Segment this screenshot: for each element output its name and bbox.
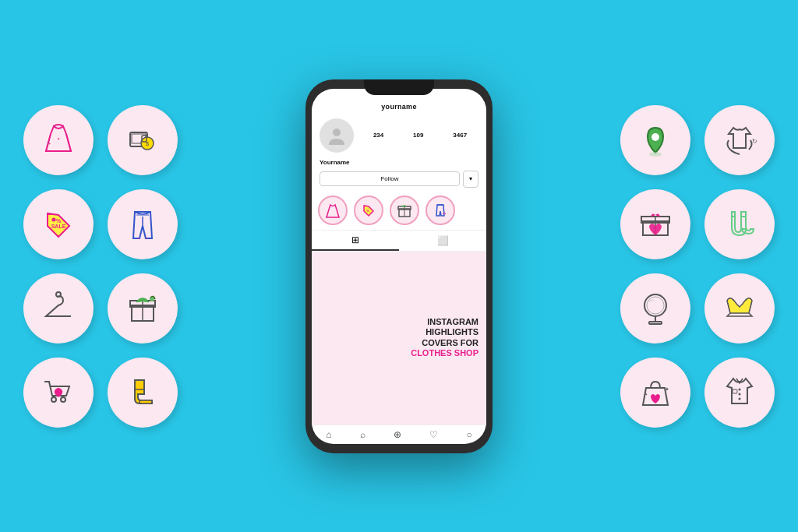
nav-search-icon[interactable]: ⌕ xyxy=(360,429,365,440)
icon-shopping-bag-heart: ✦ ✦ xyxy=(620,358,690,428)
ig-tab-grid[interactable]: ⊞ xyxy=(312,231,399,251)
phone-body: yourname 234 109 xyxy=(305,79,493,453)
ig-story-4 xyxy=(425,196,455,225)
promo-line4: CLOTHES SHOP xyxy=(411,348,478,358)
icon-location-pin xyxy=(620,105,690,175)
svg-rect-39 xyxy=(649,322,662,324)
ig-story-1 xyxy=(318,196,348,225)
promo-text-block: INSTAGRAM HIGHLIGHTS COVERS FOR CLOTHES … xyxy=(411,317,478,358)
svg-text:%: % xyxy=(366,209,369,213)
svg-point-29 xyxy=(649,152,662,157)
icon-dress-shirt xyxy=(704,358,775,428)
ig-follow-row: Follow ▾ xyxy=(312,169,486,191)
svg-point-45 xyxy=(739,388,741,390)
svg-point-19 xyxy=(61,397,65,402)
phone-mockup: yourname 234 109 xyxy=(305,79,493,453)
svg-text:✦: ✦ xyxy=(57,136,60,141)
ig-stat-following: 3467 xyxy=(453,132,467,139)
ig-highlights-row: % xyxy=(312,191,486,230)
svg-text:✦: ✦ xyxy=(644,392,648,396)
icon-sports-bra xyxy=(704,273,775,344)
icon-boots xyxy=(108,358,178,428)
ig-story-circle-2: % xyxy=(354,196,383,225)
svg-rect-21 xyxy=(139,400,152,403)
ig-tab-reels[interactable]: ⬜ xyxy=(399,231,486,251)
icon-shirt-recycle: ↻ xyxy=(704,105,775,175)
ig-stat-followers: 109 xyxy=(413,132,423,139)
svg-point-22 xyxy=(333,129,341,136)
svg-rect-48 xyxy=(733,389,737,393)
svg-text:SALE: SALE xyxy=(51,224,66,229)
icon-gift-heart xyxy=(620,189,690,259)
ig-stats: 234 109 3467 xyxy=(362,132,478,139)
ig-bottom-nav: ⌂ ⌕ ⊕ ♡ ○ xyxy=(312,425,486,444)
ig-profile-name: Yourname xyxy=(312,157,486,169)
ig-story-circle-1 xyxy=(318,196,348,225)
promo-line3: COVERS FOR xyxy=(411,338,478,348)
phone-notch xyxy=(364,79,434,95)
dropdown-button[interactable]: ▾ xyxy=(463,171,478,188)
ig-stat-posts: 234 xyxy=(373,132,383,139)
nav-home-icon[interactable]: ⌂ xyxy=(326,429,331,440)
ig-tab-bar: ⊞ ⬜ xyxy=(312,230,486,252)
phone-screen: yourname 234 109 xyxy=(312,89,486,444)
icon-sale-tag: SALE % xyxy=(23,189,94,259)
svg-text:%: % xyxy=(56,218,62,224)
svg-point-46 xyxy=(739,393,741,395)
ig-story-2: % xyxy=(354,196,383,225)
svg-point-8 xyxy=(52,217,56,221)
icon-dress: ✦ ✦ ✦ xyxy=(23,105,94,175)
icons-right-grid: ↻ xyxy=(620,105,775,428)
icon-package xyxy=(108,273,178,344)
icon-mirror xyxy=(620,273,690,344)
icon-hanger xyxy=(23,273,94,344)
svg-point-36 xyxy=(644,294,666,316)
promo-line1: INSTAGRAM xyxy=(411,317,478,327)
nav-heart-icon[interactable]: ♡ xyxy=(429,429,438,440)
icon-jeans xyxy=(108,189,178,259)
nav-add-icon[interactable]: ⊕ xyxy=(394,429,401,440)
svg-point-47 xyxy=(739,397,741,400)
ig-avatar xyxy=(320,118,354,153)
ig-story-circle-4 xyxy=(425,196,455,225)
svg-point-28 xyxy=(651,133,659,141)
icon-shopping-mobile: $ xyxy=(108,105,178,175)
svg-text:✦: ✦ xyxy=(48,142,51,146)
follow-button[interactable]: Follow xyxy=(320,171,460,186)
nav-profile-icon[interactable]: ○ xyxy=(467,429,472,440)
ig-story-3 xyxy=(390,196,419,225)
svg-point-13 xyxy=(56,292,61,297)
icon-cart-heart xyxy=(23,358,94,428)
ig-profile-row: 234 109 3467 xyxy=(312,114,486,157)
promo-line2: HIGHLIGHTS xyxy=(411,327,478,337)
ig-story-circle-3 xyxy=(390,196,419,225)
ig-promo-area: INSTAGRAM HIGHLIGHTS COVERS FOR CLOTHES … xyxy=(312,252,486,425)
svg-point-18 xyxy=(51,397,56,402)
scene: ✦ ✦ ✦ $ SALE % xyxy=(0,0,798,532)
icon-socks xyxy=(704,189,775,259)
icons-left-grid: ✦ ✦ ✦ $ SALE % xyxy=(23,105,178,428)
svg-text:↻: ↻ xyxy=(752,138,757,145)
svg-point-37 xyxy=(647,297,664,314)
svg-text:✦: ✦ xyxy=(665,386,669,392)
